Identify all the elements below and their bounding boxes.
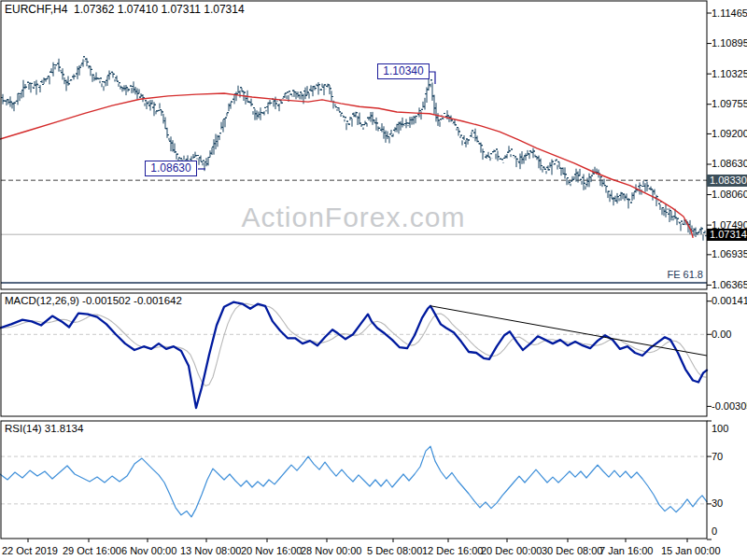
macd-tick-label: 0.00 — [712, 329, 731, 340]
date-tick-label: 28 Nov 00:00 — [301, 545, 361, 556]
rsi-label: RSI(14) 31.8134 — [5, 423, 83, 434]
forex-chart: EURCHF,H4 1.07362 1.07410 1.07311 1.0731… — [0, 0, 747, 560]
price-tick-label: 1.10325 — [712, 68, 747, 79]
date-tick-label: 15 Jan 00:00 — [661, 545, 721, 556]
rsi-tick-label: 70 — [712, 451, 723, 462]
date-tick-label: 6 Nov 00:00 — [121, 545, 176, 556]
date-tick-label: 20 Nov 16:00 — [241, 545, 302, 556]
date-tick-label: 20 Dec 00:00 — [481, 545, 542, 556]
date-tick-label: 12 Dec 16:00 — [422, 545, 483, 556]
watermark: ActionForex.com — [0, 202, 707, 233]
price-tick-label: 1.10895 — [712, 37, 747, 49]
price-tick-label: 1.09200 — [712, 128, 747, 139]
date-tick-label: 30 Dec 08:00 — [542, 545, 602, 556]
price-tick-label: 1.07490 — [712, 219, 747, 231]
price-tick-label: 1.06365 — [712, 279, 747, 290]
axis-badge-resistance: 1.08330 — [707, 175, 747, 187]
macd-label: MACD(12,26,9) -0.001502 -0.001642 — [5, 295, 182, 306]
rsi-tick-label: 100 — [712, 423, 728, 434]
fibonacci-extension-label: FE 61.8 — [0, 269, 703, 280]
price-tick-label: 1.11465 — [712, 7, 747, 19]
rsi-tick-label: 0 — [712, 525, 717, 537]
date-tick-label: 22 Oct 2019 — [2, 545, 58, 556]
symbol-timeframe: EURCHF,H4 — [5, 3, 67, 16]
price-tick-label: 1.06935 — [712, 248, 747, 259]
price-callout-high: 1.10340 — [377, 63, 430, 79]
macd-tick-label: -0.003055 — [712, 400, 747, 412]
date-tick-label: 13 Nov 08:00 — [180, 545, 241, 556]
chart-header: EURCHF,H4 1.07362 1.07410 1.07311 1.0731… — [5, 3, 245, 16]
price-tick-label: 1.09755 — [712, 98, 747, 109]
price-tick-label: 1.08630 — [712, 158, 747, 169]
macd-tick-label: 0.001411 — [712, 295, 747, 306]
date-tick-label: 5 Dec 08:00 — [367, 545, 422, 556]
ohlc-quotes: 1.07362 1.07410 1.07311 1.07314 — [74, 3, 245, 16]
price-tick-label: 1.08060 — [712, 189, 747, 200]
macd-signal-line — [0, 303, 706, 385]
chart-canvas — [0, 0, 747, 560]
rsi-tick-label: 30 — [712, 497, 723, 509]
price-callout-low: 1.08630 — [145, 161, 197, 176]
date-tick-label: 29 Oct 16:00 — [63, 545, 121, 556]
date-tick-label: 7 Jan 16:00 — [599, 545, 654, 556]
